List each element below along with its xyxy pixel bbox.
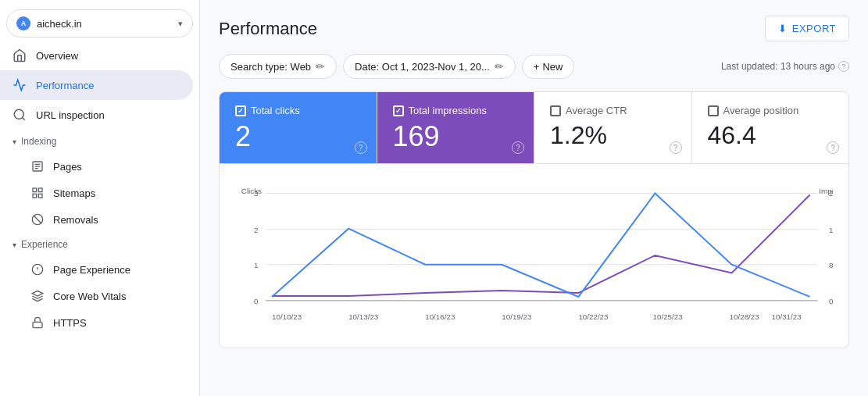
svg-rect-6 xyxy=(33,188,37,192)
https-icon xyxy=(31,316,44,329)
svg-rect-7 xyxy=(38,188,42,192)
site-selector[interactable]: A aicheck.in ▾ xyxy=(6,9,193,37)
search-icon xyxy=(13,108,27,122)
search-type-filter[interactable]: Search type: Web ✏ xyxy=(219,54,337,79)
svg-text:10/13/23: 10/13/23 xyxy=(348,312,379,321)
sidebar-experience-label: Experience xyxy=(21,239,68,250)
metrics-cards: Total clicks 2 ? Total impressions 169 ?… xyxy=(220,92,848,164)
sidebar-section-experience[interactable]: ▾ Experience xyxy=(0,233,199,256)
svg-rect-15 xyxy=(33,322,42,327)
search-type-label: Search type: Web xyxy=(230,61,311,73)
svg-text:10/22/23: 10/22/23 xyxy=(578,312,609,321)
pages-icon xyxy=(31,160,44,173)
edit-icon-date: ✏ xyxy=(495,60,504,73)
sidebar-item-pages[interactable]: Pages xyxy=(0,153,193,180)
svg-text:2: 2 xyxy=(254,226,258,234)
sidebar-item-removals[interactable]: Removals xyxy=(0,206,193,233)
export-icon: ⬇ xyxy=(778,23,788,34)
site-name: aicheck.in xyxy=(37,18,172,30)
sidebar-item-page-experience[interactable]: Page Experience xyxy=(0,256,193,283)
plus-icon: + xyxy=(534,61,540,73)
sidebar: A aicheck.in ▾ Overview Performance xyxy=(0,0,200,396)
svg-text:16: 16 xyxy=(829,226,833,234)
sidebar-url-inspection-label: URL inspection xyxy=(36,109,105,121)
date-label: Date: Oct 1, 2023-Nov 1, 20... xyxy=(355,61,490,73)
core-web-vitals-icon xyxy=(31,290,44,302)
metric-clicks-label: Total clicks xyxy=(251,105,300,116)
sidebar-item-performance[interactable]: Performance xyxy=(0,70,193,100)
metric-clicks-value: 2 xyxy=(235,123,361,151)
sidebar-item-sitemaps[interactable]: Sitemaps xyxy=(0,180,193,206)
sidebar-item-https[interactable]: HTTPS xyxy=(0,309,193,336)
help-icon-ctr[interactable]: ? xyxy=(670,141,682,154)
metric-average-ctr[interactable]: Average CTR 1.2% ? xyxy=(534,92,692,163)
metric-checkbox-clicks[interactable] xyxy=(235,105,246,116)
svg-text:8: 8 xyxy=(829,261,833,269)
home-icon xyxy=(13,48,27,62)
export-button[interactable]: ⬇ EXPORT xyxy=(765,16,849,41)
page-title: Performance xyxy=(219,19,317,39)
performance-icon xyxy=(13,78,27,92)
svg-text:10/10/23: 10/10/23 xyxy=(272,312,302,321)
metric-position-value: 46.4 xyxy=(708,123,834,148)
svg-text:24: 24 xyxy=(829,189,833,198)
sidebar-sitemaps-label: Sitemaps xyxy=(53,187,95,199)
svg-line-1 xyxy=(22,117,24,120)
last-updated: Last updated: 13 hours ago ? xyxy=(721,61,849,72)
metric-average-position[interactable]: Average position 46.4 ? xyxy=(692,92,849,163)
sidebar-section-indexing[interactable]: ▾ Indexing xyxy=(0,130,199,153)
metric-impressions-value: 169 xyxy=(393,123,519,151)
metric-checkbox-position[interactable] xyxy=(708,105,719,116)
sidebar-item-core-web-vitals[interactable]: Core Web Vitals xyxy=(0,283,193,309)
chevron-down-icon: ▾ xyxy=(13,137,16,146)
svg-text:0: 0 xyxy=(254,297,259,305)
edit-icon: ✏ xyxy=(316,60,325,73)
page-header: Performance ⬇ EXPORT xyxy=(219,0,849,54)
sidebar-pages-label: Pages xyxy=(53,161,82,173)
help-icon-impressions[interactable]: ? xyxy=(512,141,524,154)
svg-text:10/19/23: 10/19/23 xyxy=(502,312,532,321)
metric-ctr-label: Average CTR xyxy=(566,105,627,116)
svg-line-11 xyxy=(34,216,41,223)
page-experience-icon xyxy=(31,263,44,276)
svg-text:10/16/23: 10/16/23 xyxy=(425,312,455,321)
help-icon-clicks[interactable]: ? xyxy=(355,141,367,154)
help-icon: ? xyxy=(838,61,849,72)
metric-ctr-value: 1.2% xyxy=(550,123,676,148)
svg-text:0: 0 xyxy=(829,297,833,305)
svg-point-0 xyxy=(14,109,23,119)
sidebar-core-web-vitals-label: Core Web Vitals xyxy=(53,291,126,302)
metric-position-label: Average position xyxy=(723,105,799,116)
svg-text:Clicks: Clicks xyxy=(241,187,262,195)
metrics-container: Total clicks 2 ? Total impressions 169 ?… xyxy=(219,91,849,348)
metric-checkbox-impressions[interactable] xyxy=(393,105,404,116)
metric-checkbox-ctr[interactable] xyxy=(550,105,561,116)
filters-bar: Search type: Web ✏ Date: Oct 1, 2023-Nov… xyxy=(219,54,849,79)
svg-text:10/25/23: 10/25/23 xyxy=(653,312,684,321)
help-icon-position[interactable]: ? xyxy=(827,141,839,154)
sidebar-item-overview[interactable]: Overview xyxy=(0,41,193,70)
chevron-down-icon-exp: ▾ xyxy=(13,241,16,249)
sidebar-item-url-inspection[interactable]: URL inspection xyxy=(0,100,193,130)
sidebar-page-experience-label: Page Experience xyxy=(53,264,130,276)
date-filter[interactable]: Date: Oct 1, 2023-Nov 1, 20... ✏ xyxy=(343,54,516,79)
removals-icon xyxy=(31,213,44,226)
svg-rect-8 xyxy=(38,194,42,198)
add-filter-button[interactable]: + New xyxy=(522,55,575,79)
performance-chart: 3 2 1 0 Clicks Impressions 24 16 8 0 10/… xyxy=(235,177,833,333)
site-icon: A xyxy=(16,16,30,30)
last-updated-text: Last updated: 13 hours ago xyxy=(721,61,835,72)
metric-total-impressions[interactable]: Total impressions 169 ? xyxy=(377,92,535,163)
svg-rect-9 xyxy=(33,194,37,198)
new-label: New xyxy=(542,61,563,73)
sidebar-removals-label: Removals xyxy=(53,214,98,226)
sitemaps-icon xyxy=(31,187,44,199)
clicks-line xyxy=(272,194,810,297)
sidebar-performance-label: Performance xyxy=(36,80,94,91)
metric-total-clicks[interactable]: Total clicks 2 ? xyxy=(220,92,377,163)
sidebar-indexing-label: Indexing xyxy=(21,136,56,147)
svg-text:10/28/23: 10/28/23 xyxy=(730,312,760,321)
dropdown-arrow-icon: ▾ xyxy=(178,19,183,29)
main-content: Performance ⬇ EXPORT Search type: Web ✏ … xyxy=(200,0,868,396)
sidebar-overview-label: Overview xyxy=(36,50,78,62)
